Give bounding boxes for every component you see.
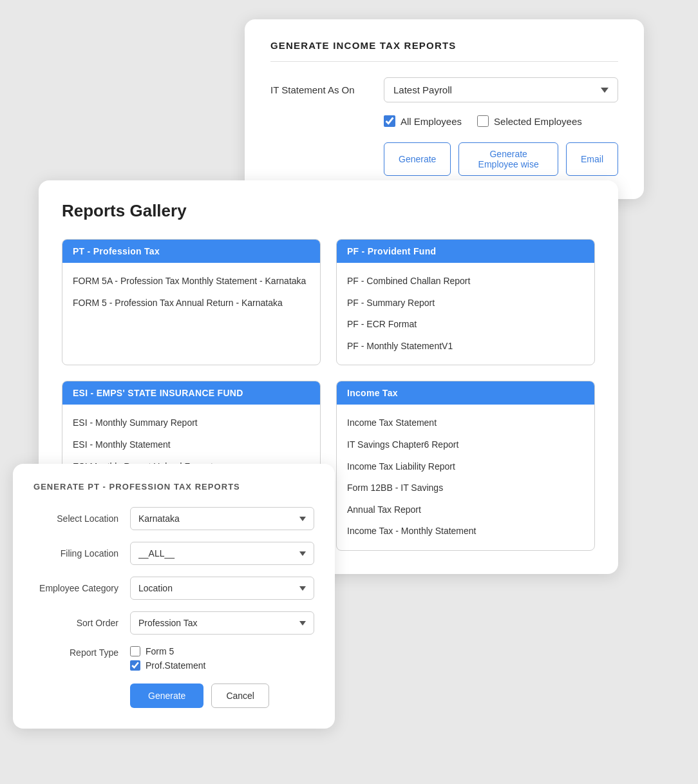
form5-option[interactable]: Form 5: [130, 646, 205, 656]
statement-label: IT Statement As On: [270, 84, 373, 95]
pf-body: PF - Combined Challan Report PF - Summar…: [337, 263, 594, 365]
list-item[interactable]: FORM 5A - Profession Tax Monthly Stateme…: [73, 271, 310, 292]
list-item[interactable]: PF - Summary Report: [347, 292, 584, 314]
pf-section: PF - Provident Fund PF - Combined Challa…: [336, 239, 595, 365]
all-employees-label: All Employees: [401, 116, 462, 127]
filing-location-select[interactable]: __ALL__ Bangalore Mumbai: [130, 542, 314, 565]
pt-section: PT - Profession Tax FORM 5A - Profession…: [62, 239, 321, 365]
list-item[interactable]: Annual Tax Report: [347, 499, 584, 521]
select-location-label: Select Location: [33, 513, 130, 524]
list-item[interactable]: ESI - Monthly Statement: [73, 434, 310, 456]
filing-location-row: Filing Location __ALL__ Bangalore Mumbai: [33, 542, 314, 565]
report-type-options: Form 5 Prof.Statement: [130, 646, 205, 671]
report-type-label: Report Type: [33, 646, 130, 658]
generate-button[interactable]: Generate: [384, 142, 451, 176]
prof-statement-option[interactable]: Prof.Statement: [130, 660, 205, 671]
all-employees-checkbox[interactable]: [384, 115, 395, 127]
list-item[interactable]: Form 12BB - IT Savings: [347, 477, 584, 499]
filing-location-label: Filing Location: [33, 548, 130, 559]
list-item[interactable]: Income Tax Statement: [347, 412, 584, 434]
selected-employees-checkbox-item[interactable]: Selected Employees: [477, 115, 582, 127]
employee-category-select[interactable]: Location Department Grade: [130, 577, 314, 600]
employee-category-label: Employee Category: [33, 583, 130, 593]
selected-employees-label: Selected Employees: [494, 116, 582, 127]
list-item[interactable]: PF - Monthly StatementV1: [347, 336, 584, 358]
selected-employees-checkbox[interactable]: [477, 115, 489, 127]
list-item[interactable]: PF - ECR Format: [347, 314, 584, 336]
list-item[interactable]: PF - Combined Challan Report: [347, 271, 584, 292]
income-tax-title: GENERATE INCOME TAX REPORTS: [270, 40, 618, 62]
pt-buttons-row: Generate Cancel: [130, 684, 314, 708]
sort-order-label: Sort Order: [33, 618, 130, 628]
income-tax-reports-card: GENERATE INCOME TAX REPORTS IT Statement…: [245, 19, 644, 199]
generate-employee-wise-button[interactable]: Generate Employee wise: [458, 142, 558, 176]
report-type-row: Report Type Form 5 Prof.Statement: [33, 646, 314, 671]
sort-order-select[interactable]: Profession Tax Employee Name Employee ID: [130, 611, 314, 635]
prof-statement-label: Prof.Statement: [146, 660, 205, 671]
select-location-select[interactable]: Karnataka Maharashtra Tamil Nadu: [130, 507, 314, 530]
list-item[interactable]: Income Tax Liability Report: [347, 456, 584, 478]
list-item[interactable]: IT Savings Chapter6 Report: [347, 434, 584, 456]
income-tax-section: Income Tax Income Tax Statement IT Savin…: [336, 381, 595, 551]
pf-header: PF - Provident Fund: [337, 240, 594, 263]
pt-form-card: GENERATE PT - PROFESSION TAX REPORTS Sel…: [13, 464, 335, 729]
list-item[interactable]: Income Tax - Monthly Statement: [347, 521, 584, 542]
pt-header: PT - Profession Tax: [62, 240, 320, 263]
all-employees-checkbox-item[interactable]: All Employees: [384, 115, 462, 127]
income-tax-header: Income Tax: [337, 381, 594, 405]
pt-generate-button[interactable]: Generate: [130, 684, 203, 708]
prof-statement-checkbox[interactable]: [130, 660, 140, 671]
select-location-row: Select Location Karnataka Maharashtra Ta…: [33, 507, 314, 530]
employee-category-row: Employee Category Location Department Gr…: [33, 577, 314, 600]
email-button[interactable]: Email: [566, 142, 618, 176]
list-item[interactable]: ESI - Monthly Summary Report: [73, 412, 310, 434]
list-item[interactable]: FORM 5 - Profession Tax Annual Return - …: [73, 292, 310, 314]
income-tax-body: Income Tax Statement IT Savings Chapter6…: [337, 405, 594, 550]
form5-label: Form 5: [146, 646, 174, 656]
gallery-title: Reports Gallery: [62, 201, 595, 221]
esi-header: ESI - EMPS' STATE INSURANCE FUND: [62, 381, 320, 405]
pt-body: FORM 5A - Profession Tax Monthly Stateme…: [62, 263, 320, 321]
form5-checkbox[interactable]: [130, 646, 140, 656]
pt-form-title: GENERATE PT - PROFESSION TAX REPORTS: [33, 482, 314, 492]
pt-cancel-button[interactable]: Cancel: [211, 684, 269, 708]
sort-order-row: Sort Order Profession Tax Employee Name …: [33, 611, 314, 635]
statement-select[interactable]: Latest Payroll Current Month Previous Mo…: [384, 77, 618, 102]
